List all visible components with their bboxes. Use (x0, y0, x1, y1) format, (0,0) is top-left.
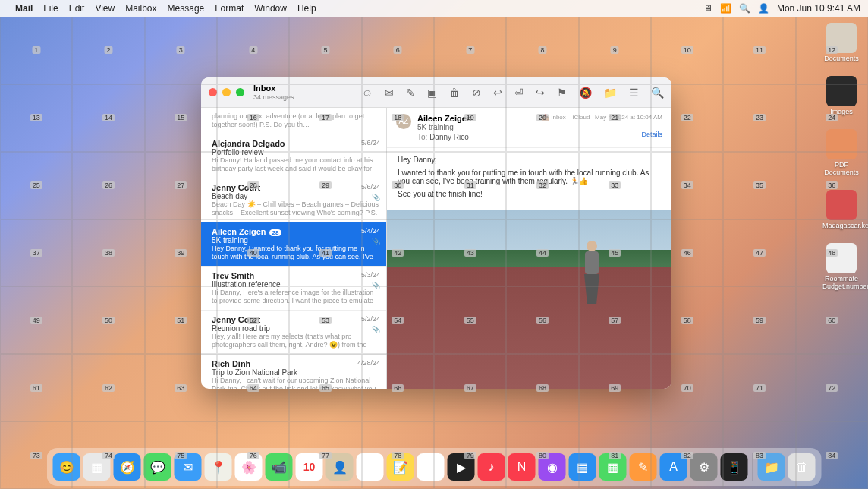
trash-icon[interactable]: 🗑 (449, 87, 460, 99)
reader-subject: 5K training (417, 123, 662, 131)
dock-settings[interactable]: ⚙ (690, 453, 718, 481)
reader-paragraph: I wanted to thank you for putting me in … (398, 169, 661, 185)
dock-photos[interactable]: 🌸 (235, 453, 263, 481)
message-row[interactable]: Jenny Court5/2/24Reunion road tripHey, y… (201, 311, 386, 355)
dock-messages[interactable]: 💬 (144, 453, 171, 481)
dock-podcasts[interactable]: ◉ (539, 453, 566, 481)
dock-reminders[interactable]: ☰ (357, 453, 384, 481)
reader-to: To: Danny Rico (417, 133, 662, 141)
toolbar: ☺✉✎▣🗑⊘↩⏎↪⚑🔕📁☰🔍 (362, 87, 664, 99)
dock-facetime[interactable]: 📹 (266, 453, 293, 481)
details-link[interactable]: Details (641, 131, 662, 138)
reader-folder: 📥 Inbox – iCloud (542, 114, 590, 121)
menubar-datetime[interactable]: Mon Jun 10 9:41 AM (777, 3, 860, 14)
menubar-status-icon[interactable]: 👤 (758, 3, 769, 14)
dock-pages[interactable]: ✎ (630, 453, 657, 481)
desktop-item[interactable]: Documents (822, 23, 860, 62)
search-icon[interactable]: 🔍 (651, 87, 664, 99)
reader-paragraph: Hey Danny, (398, 156, 661, 164)
reader-body: Hey Danny,I wanted to thank you for putt… (387, 148, 671, 210)
desktop-item[interactable]: Madagascar.key (822, 190, 860, 229)
mute-icon[interactable]: 🔕 (579, 87, 592, 99)
menubar-status-icon[interactable]: 🖥 (703, 3, 712, 14)
dock-tv[interactable]: ▶ (448, 453, 475, 481)
dock-notes[interactable]: 📝 (387, 453, 414, 481)
dock-numbers[interactable]: ▦ (599, 453, 627, 481)
junk-icon[interactable]: ⊘ (472, 87, 481, 99)
message-row[interactable]: Alejandra Delgado5/6/24Portfolio reviewH… (201, 134, 386, 178)
desktop-item[interactable]: Images (822, 76, 860, 115)
reader-image-attachment[interactable] (387, 210, 671, 389)
menubar: Mail FileEditViewMailboxMessageFormatWin… (0, 0, 868, 17)
message-row[interactable]: Aileen Zeigen285/4/245K trainingHey Dann… (201, 222, 386, 267)
minimize-button[interactable] (222, 88, 231, 96)
menu-help[interactable]: Help (297, 3, 316, 14)
menu-mailbox[interactable]: Mailbox (125, 3, 156, 14)
window-title: Inbox (253, 84, 294, 93)
app-menu[interactable]: Mail (15, 3, 33, 14)
avatar: AZ (396, 114, 411, 129)
envelope-icon[interactable]: ✉ (385, 87, 394, 99)
message-row[interactable]: Trev Smith5/3/24Illustration referenceHi… (201, 267, 386, 311)
window-subtitle: 34 messages (253, 93, 294, 102)
archive-icon[interactable]: ▣ (427, 87, 437, 99)
reply-all-icon[interactable]: ⏎ (514, 87, 524, 99)
desktop-item[interactable]: PDF Documents (822, 129, 860, 176)
message-row[interactable]: planning our next adventure (or at least… (201, 108, 386, 134)
smiley-icon[interactable]: ☺ (362, 87, 373, 99)
message-row[interactable]: Jenny Court5/6/24Beach dayBeach Day ☀️ –… (201, 178, 386, 222)
traffic-lights (209, 88, 244, 96)
menu-view[interactable]: View (95, 3, 115, 14)
dock-freeform[interactable]: ✏ (417, 453, 445, 481)
reply-icon[interactable]: ↩ (493, 87, 502, 99)
dock-mail[interactable]: ✉ (175, 453, 202, 481)
dock-appstore[interactable]: A (660, 453, 687, 481)
desktop-item[interactable]: Roommate Budget.numbers (822, 243, 860, 290)
titlebar: Inbox 34 messages ☺✉✎▣🗑⊘↩⏎↪⚑🔕📁☰🔍 (201, 77, 671, 108)
forward-icon[interactable]: ↪ (536, 87, 545, 99)
message-list[interactable]: planning our next adventure (or at least… (201, 108, 387, 389)
dock-iphone[interactable]: 📱 (721, 453, 748, 481)
dock-downloads[interactable]: 📁 (758, 453, 785, 481)
dock-safari[interactable]: 🧭 (114, 453, 141, 481)
reader-paragraph: See you at the finish line! (398, 190, 661, 198)
desktop-icons: DocumentsImagesPDF DocumentsMadagascar.k… (822, 23, 860, 290)
dock-calendar[interactable]: 10 (296, 453, 323, 481)
close-button[interactable] (209, 88, 217, 96)
message-row[interactable]: Rich Dinh4/28/24Trip to Zion National Pa… (201, 355, 386, 389)
zoom-button[interactable] (236, 88, 244, 96)
dock-maps[interactable]: 📍 (205, 453, 232, 481)
dock-trash[interactable]: 🗑 (788, 453, 816, 481)
reader-header: AZ Aileen Zeigen 5K training To: Danny R… (387, 108, 671, 148)
compose-icon[interactable]: ✎ (406, 87, 415, 99)
dock: 😊▦🧭💬✉📍🌸📹10👤☰📝✏▶♪N◉▤▦✎A⚙📱📁🗑 (47, 448, 822, 486)
reader-timestamp: May 4, 2024 at 10:04 AM (595, 114, 662, 121)
dock-keynote[interactable]: ▤ (569, 453, 596, 481)
filter-icon[interactable]: ☰ (629, 87, 639, 99)
menu-format[interactable]: Format (215, 3, 244, 14)
menu-window[interactable]: Window (254, 3, 287, 14)
dock-contacts[interactable]: 👤 (326, 453, 354, 481)
dock-news[interactable]: N (508, 453, 536, 481)
menubar-status-icon[interactable]: 📶 (720, 3, 731, 14)
flag-icon[interactable]: ⚑ (557, 87, 567, 99)
menu-file[interactable]: File (43, 3, 58, 14)
menu-message[interactable]: Message (168, 3, 205, 14)
mail-window: Inbox 34 messages ☺✉✎▣🗑⊘↩⏎↪⚑🔕📁☰🔍 plannin… (201, 77, 671, 389)
reader-pane: AZ Aileen Zeigen 5K training To: Danny R… (387, 108, 671, 389)
dock-launchpad[interactable]: ▦ (83, 453, 111, 481)
move-icon[interactable]: 📁 (604, 87, 617, 99)
dock-music[interactable]: ♪ (478, 453, 505, 481)
menu-edit[interactable]: Edit (69, 3, 85, 14)
dock-finder[interactable]: 😊 (53, 453, 80, 481)
menubar-status-icon[interactable]: 🔍 (739, 3, 750, 14)
